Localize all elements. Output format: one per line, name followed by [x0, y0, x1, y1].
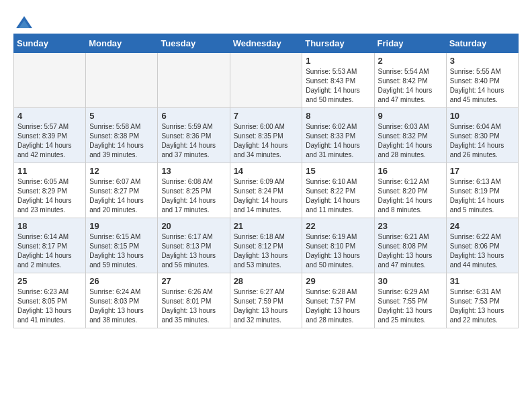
day-number: 16	[378, 166, 443, 176]
day-number: 10	[450, 111, 515, 121]
day-info: Sunrise: 6:02 AM Sunset: 8:33 PM Dayligh…	[306, 122, 370, 160]
day-number: 3	[450, 56, 515, 66]
day-info: Sunrise: 6:27 AM Sunset: 7:59 PM Dayligh…	[234, 287, 299, 325]
day-number: 11	[17, 166, 82, 176]
day-number: 25	[17, 276, 82, 286]
day-number: 27	[161, 276, 226, 286]
day-info: Sunrise: 6:10 AM Sunset: 8:22 PM Dayligh…	[306, 177, 370, 215]
weekday-header-sunday: Sunday	[14, 34, 86, 53]
day-info: Sunrise: 6:21 AM Sunset: 8:08 PM Dayligh…	[378, 232, 443, 270]
calendar-cell: 17Sunrise: 6:13 AM Sunset: 8:19 PM Dayli…	[446, 163, 518, 218]
day-number: 29	[306, 276, 370, 286]
calendar-cell: 31Sunrise: 6:31 AM Sunset: 7:53 PM Dayli…	[446, 273, 518, 328]
day-number: 9	[378, 111, 443, 121]
calendar-cell: 1Sunrise: 5:53 AM Sunset: 8:43 PM Daylig…	[302, 53, 374, 108]
day-info: Sunrise: 6:00 AM Sunset: 8:35 PM Dayligh…	[234, 122, 299, 160]
calendar-cell: 23Sunrise: 6:21 AM Sunset: 8:08 PM Dayli…	[374, 218, 446, 273]
day-info: Sunrise: 6:17 AM Sunset: 8:13 PM Dayligh…	[161, 232, 226, 270]
calendar-cell: 11Sunrise: 6:05 AM Sunset: 8:29 PM Dayli…	[14, 163, 86, 218]
calendar-cell	[230, 53, 302, 108]
calendar-cell: 18Sunrise: 6:14 AM Sunset: 8:17 PM Dayli…	[14, 218, 86, 273]
weekday-header-monday: Monday	[86, 34, 158, 53]
calendar-cell: 7Sunrise: 6:00 AM Sunset: 8:35 PM Daylig…	[230, 108, 302, 163]
day-info: Sunrise: 6:03 AM Sunset: 8:32 PM Dayligh…	[378, 122, 443, 160]
day-info: Sunrise: 6:13 AM Sunset: 8:19 PM Dayligh…	[450, 177, 515, 215]
day-number: 26	[89, 276, 154, 286]
day-info: Sunrise: 5:55 AM Sunset: 8:40 PM Dayligh…	[450, 67, 515, 105]
day-info: Sunrise: 5:54 AM Sunset: 8:42 PM Dayligh…	[378, 67, 443, 105]
day-number: 31	[450, 276, 515, 286]
day-info: Sunrise: 6:29 AM Sunset: 7:55 PM Dayligh…	[378, 287, 443, 325]
calendar-week-2: 4Sunrise: 5:57 AM Sunset: 8:39 PM Daylig…	[14, 108, 519, 163]
calendar-cell: 16Sunrise: 6:12 AM Sunset: 8:20 PM Dayli…	[374, 163, 446, 218]
day-info: Sunrise: 6:24 AM Sunset: 8:03 PM Dayligh…	[89, 287, 154, 325]
day-number: 18	[17, 221, 82, 231]
calendar-cell: 24Sunrise: 6:22 AM Sunset: 8:06 PM Dayli…	[446, 218, 518, 273]
day-info: Sunrise: 5:58 AM Sunset: 8:38 PM Dayligh…	[89, 122, 154, 160]
day-number: 22	[306, 221, 370, 231]
calendar-body: 1Sunrise: 5:53 AM Sunset: 8:43 PM Daylig…	[14, 53, 519, 328]
day-number: 30	[378, 276, 443, 286]
calendar-table: SundayMondayTuesdayWednesdayThursdayFrid…	[13, 34, 519, 328]
day-info: Sunrise: 6:08 AM Sunset: 8:25 PM Dayligh…	[161, 177, 226, 215]
day-number: 4	[17, 111, 82, 121]
calendar-cell: 3Sunrise: 5:55 AM Sunset: 8:40 PM Daylig…	[446, 53, 518, 108]
calendar-cell: 29Sunrise: 6:28 AM Sunset: 7:57 PM Dayli…	[302, 273, 374, 328]
day-number: 21	[234, 221, 299, 231]
calendar-header: SundayMondayTuesdayWednesdayThursdayFrid…	[14, 34, 519, 53]
day-number: 13	[161, 166, 226, 176]
calendar-cell: 26Sunrise: 6:24 AM Sunset: 8:03 PM Dayli…	[86, 273, 158, 328]
calendar-cell: 19Sunrise: 6:15 AM Sunset: 8:15 PM Dayli…	[86, 218, 158, 273]
day-info: Sunrise: 6:31 AM Sunset: 7:53 PM Dayligh…	[450, 287, 515, 325]
day-info: Sunrise: 6:05 AM Sunset: 8:29 PM Dayligh…	[17, 177, 82, 215]
day-number: 2	[378, 56, 443, 66]
day-info: Sunrise: 6:04 AM Sunset: 8:30 PM Dayligh…	[450, 122, 515, 160]
calendar-week-1: 1Sunrise: 5:53 AM Sunset: 8:43 PM Daylig…	[14, 53, 519, 108]
calendar-cell: 6Sunrise: 5:59 AM Sunset: 8:36 PM Daylig…	[158, 108, 230, 163]
calendar-cell: 9Sunrise: 6:03 AM Sunset: 8:32 PM Daylig…	[374, 108, 446, 163]
day-info: Sunrise: 6:14 AM Sunset: 8:17 PM Dayligh…	[17, 232, 82, 270]
weekday-header-saturday: Saturday	[446, 34, 518, 53]
weekday-header-row: SundayMondayTuesdayWednesdayThursdayFrid…	[14, 34, 519, 53]
day-number: 6	[161, 111, 226, 121]
calendar-week-4: 18Sunrise: 6:14 AM Sunset: 8:17 PM Dayli…	[14, 218, 519, 273]
calendar-cell: 13Sunrise: 6:08 AM Sunset: 8:25 PM Dayli…	[158, 163, 230, 218]
calendar-week-5: 25Sunrise: 6:23 AM Sunset: 8:05 PM Dayli…	[14, 273, 519, 328]
weekday-header-wednesday: Wednesday	[230, 34, 302, 53]
day-info: Sunrise: 6:07 AM Sunset: 8:27 PM Dayligh…	[89, 177, 154, 215]
day-info: Sunrise: 6:23 AM Sunset: 8:05 PM Dayligh…	[17, 287, 82, 325]
day-info: Sunrise: 6:09 AM Sunset: 8:24 PM Dayligh…	[234, 177, 299, 215]
day-info: Sunrise: 6:15 AM Sunset: 8:15 PM Dayligh…	[89, 232, 154, 270]
logo-icon	[15, 13, 34, 32]
day-number: 28	[234, 276, 299, 286]
calendar-cell: 14Sunrise: 6:09 AM Sunset: 8:24 PM Dayli…	[230, 163, 302, 218]
day-info: Sunrise: 6:19 AM Sunset: 8:10 PM Dayligh…	[306, 232, 370, 270]
page-header	[13, 13, 519, 27]
calendar-cell: 8Sunrise: 6:02 AM Sunset: 8:33 PM Daylig…	[302, 108, 374, 163]
day-info: Sunrise: 6:12 AM Sunset: 8:20 PM Dayligh…	[378, 177, 443, 215]
day-number: 8	[306, 111, 370, 121]
day-number: 12	[89, 166, 154, 176]
calendar-cell: 30Sunrise: 6:29 AM Sunset: 7:55 PM Dayli…	[374, 273, 446, 328]
day-number: 14	[234, 166, 299, 176]
weekday-header-tuesday: Tuesday	[158, 34, 230, 53]
day-info: Sunrise: 5:59 AM Sunset: 8:36 PM Dayligh…	[161, 122, 226, 160]
calendar-cell: 4Sunrise: 5:57 AM Sunset: 8:39 PM Daylig…	[14, 108, 86, 163]
day-info: Sunrise: 6:26 AM Sunset: 8:01 PM Dayligh…	[161, 287, 226, 325]
day-number: 17	[450, 166, 515, 176]
weekday-header-friday: Friday	[374, 34, 446, 53]
calendar-cell	[158, 53, 230, 108]
calendar-cell	[86, 53, 158, 108]
calendar-cell: 25Sunrise: 6:23 AM Sunset: 8:05 PM Dayli…	[14, 273, 86, 328]
day-info: Sunrise: 6:28 AM Sunset: 7:57 PM Dayligh…	[306, 287, 370, 325]
calendar-cell	[14, 53, 86, 108]
day-info: Sunrise: 6:22 AM Sunset: 8:06 PM Dayligh…	[450, 232, 515, 270]
weekday-header-thursday: Thursday	[302, 34, 374, 53]
day-info: Sunrise: 6:18 AM Sunset: 8:12 PM Dayligh…	[234, 232, 299, 270]
calendar-cell: 21Sunrise: 6:18 AM Sunset: 8:12 PM Dayli…	[230, 218, 302, 273]
logo	[13, 13, 34, 27]
calendar-cell: 12Sunrise: 6:07 AM Sunset: 8:27 PM Dayli…	[86, 163, 158, 218]
calendar-cell: 5Sunrise: 5:58 AM Sunset: 8:38 PM Daylig…	[86, 108, 158, 163]
day-info: Sunrise: 5:53 AM Sunset: 8:43 PM Dayligh…	[306, 67, 370, 105]
day-number: 7	[234, 111, 299, 121]
